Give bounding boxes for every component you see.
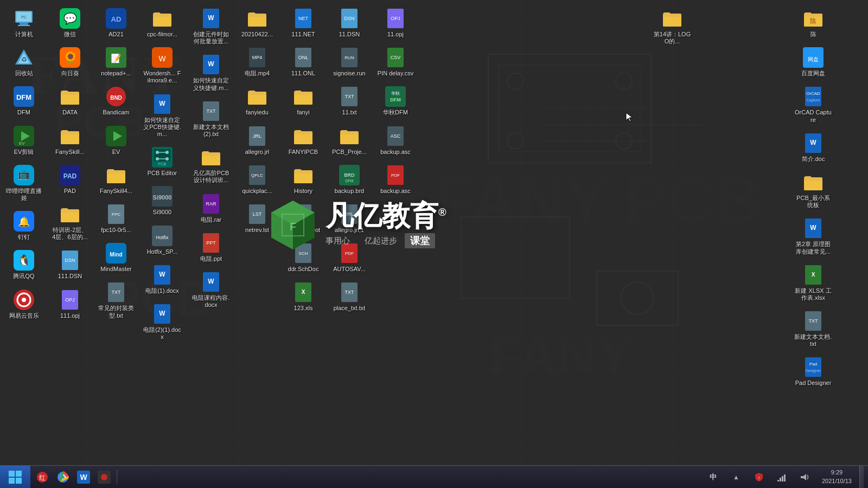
icon-resistor-docx-label: 电阻(1).docx bbox=[145, 287, 179, 294]
icon-signoise[interactable]: RUN signoise.run bbox=[328, 44, 371, 79]
icon-cpc-film[interactable]: cpc-filmor... bbox=[141, 5, 183, 40]
svg-text:QPLC: QPLC bbox=[251, 173, 263, 178]
icon-resistor-mp4[interactable]: MP4 电阻.mp4 bbox=[236, 44, 278, 79]
icon-hotfix[interactable]: Hotfix Hotfix_SP... bbox=[141, 223, 183, 258]
icon-20210422[interactable]: 20210422... bbox=[236, 5, 278, 40]
icon-wondersh[interactable]: W Wondersh... Filmora9.e... bbox=[141, 44, 183, 86]
taskbar-security-icon[interactable]: ! bbox=[749, 467, 769, 487]
icon-qq[interactable]: 🐧 腾讯QQ bbox=[3, 247, 45, 282]
icon-11txt[interactable]: TXT 11.txt bbox=[328, 84, 371, 118]
icon-163music[interactable]: 网易云音乐 bbox=[3, 287, 45, 322]
svg-text:BRD: BRD bbox=[344, 172, 355, 178]
icon-baidu-pan[interactable]: 网盘 百度网盘 bbox=[792, 44, 834, 79]
icon-notepadpp[interactable]: 📝 notepad+... bbox=[95, 44, 137, 79]
icon-resistor-course[interactable]: W 电阻课程内容.docx bbox=[190, 269, 232, 311]
taskbar-icon-chrome[interactable] bbox=[53, 467, 73, 487]
taskbar-network-icon[interactable] bbox=[772, 467, 792, 487]
icon-packtype[interactable]: TXT 常见的封装类型.txt bbox=[95, 279, 137, 321]
icon-11opj[interactable]: OPJ 11.opj bbox=[374, 5, 417, 40]
shield-icon: ! bbox=[754, 472, 764, 482]
icon-recycle[interactable]: ♻ 回收站 bbox=[3, 44, 45, 79]
icon-allegro-jrl[interactable]: JRL allegro.jrl bbox=[236, 123, 278, 158]
icon-pcb-minboard[interactable]: PCB_最小系统板 bbox=[792, 169, 834, 211]
icon-huaqiu-dfm[interactable]: 华秋DFM 华秋DFM bbox=[374, 84, 417, 118]
icon-11dsn[interactable]: DSN 11.DSN bbox=[328, 5, 371, 40]
icon-backup-pdf[interactable]: PDF backup.asc bbox=[374, 162, 417, 197]
icon-bandicam[interactable]: BND Bandicam bbox=[95, 84, 137, 118]
icon-pad[interactable]: PAD PAD bbox=[49, 162, 91, 197]
icon-123xls[interactable]: X 123.xls bbox=[282, 279, 324, 314]
icon-create-lib[interactable]: W 创建元件时如何批量放置... bbox=[190, 5, 232, 47]
icon-lecture14[interactable]: 第14讲：LOGO的... bbox=[651, 5, 693, 47]
icon-brief-doc[interactable]: W 简介.doc bbox=[792, 130, 834, 165]
taskbar-speaker-icon[interactable] bbox=[795, 467, 814, 487]
icon-dingtalk[interactable]: 🔔 钉钉 bbox=[3, 208, 45, 243]
icon-dfm[interactable]: DFM DFM bbox=[3, 84, 45, 118]
icon-computer[interactable]: PC 计算机 bbox=[3, 5, 45, 40]
icon-resistor-docx[interactable]: W 电阻(1).docx bbox=[141, 262, 183, 297]
icon-si9000[interactable]: Si9000 Si9000 bbox=[141, 183, 183, 218]
icon-fpc10[interactable]: FPC fpc10-0r5... bbox=[95, 201, 137, 236]
taskbar: 红 W bbox=[0, 465, 868, 488]
svg-rect-162 bbox=[16, 478, 22, 484]
icon-resistor-rar[interactable]: RAR 电阻.rar bbox=[190, 191, 232, 226]
icon-resistor2[interactable]: W 电阻(2)(1).docx bbox=[141, 301, 183, 343]
taskbar-tray-expand[interactable]: ▲ bbox=[726, 467, 746, 487]
icon-ad21[interactable]: AD AD21 bbox=[95, 5, 137, 40]
icon-chen[interactable]: 陈 陈 bbox=[792, 5, 834, 40]
icon-cpc-film-label: cpc-filmor... bbox=[147, 31, 177, 38]
show-desktop-button[interactable] bbox=[859, 466, 864, 489]
icon-huaqiu-dfm-label: 华秋DFM bbox=[383, 109, 408, 116]
icon-pcb-editor[interactable]: PCB PCB Editor bbox=[141, 144, 183, 179]
icon-mindmaster[interactable]: Mind MindMaster bbox=[95, 240, 137, 275]
icon-fanyi-adv-pcb[interactable]: 凡亿高阶PCB设计特训班... bbox=[190, 144, 232, 186]
start-button[interactable] bbox=[0, 466, 30, 489]
taskbar-icon-recording[interactable] bbox=[94, 467, 114, 487]
icon-fanyiedu[interactable]: fanyiedu bbox=[236, 84, 278, 118]
icon-fanyskill4[interactable]: FanySkill4... bbox=[95, 162, 137, 197]
svg-text:Mind: Mind bbox=[110, 252, 122, 258]
svg-rect-159 bbox=[9, 471, 15, 477]
icon-111net[interactable]: NET 111.NET bbox=[282, 5, 324, 40]
icon-sunflower[interactable]: 🌻 向日葵 bbox=[49, 44, 91, 79]
icon-place-txt[interactable]: TXT place_txt.txt bbox=[328, 279, 371, 314]
svg-text:🐧: 🐧 bbox=[17, 254, 31, 267]
icon-ch2-schlib[interactable]: W 第2章 原理图库创建常见... bbox=[792, 215, 834, 257]
icon-newtext2[interactable]: TXT 新建文本文档(2).txt bbox=[190, 98, 232, 140]
icon-orcad[interactable]: OrCADCapture OrCAD Capture bbox=[792, 84, 834, 125]
icon-quick-shortcut[interactable]: W 如何快速自定义快捷键.m... bbox=[190, 52, 232, 93]
taskbar-icon-word[interactable]: W bbox=[74, 467, 93, 487]
svg-text:网盘: 网盘 bbox=[808, 56, 819, 62]
icon-111onl[interactable]: ONL 111.ONL bbox=[282, 44, 324, 79]
taskbar-icon-redspider[interactable]: 红 bbox=[33, 467, 52, 487]
icon-fanyipcb[interactable]: FANYIPCB bbox=[282, 123, 324, 158]
svg-rect-160 bbox=[16, 471, 22, 477]
icon-ev[interactable]: EV bbox=[95, 123, 137, 158]
icon-resistor-ppt[interactable]: PPT 电阻.ppt bbox=[190, 230, 232, 265]
icon-fanyskill2[interactable]: FanySkill... bbox=[49, 123, 91, 158]
icon-wechat[interactable]: 💬 微信 bbox=[49, 5, 91, 40]
taskbar-keyboard-indicator[interactable]: 中 bbox=[704, 467, 723, 487]
icon-pcb-proje[interactable]: PCB_Proje... bbox=[328, 123, 371, 158]
svg-text:📝: 📝 bbox=[111, 53, 122, 63]
icon-ev-cut[interactable]: EV EV剪辑 bbox=[3, 123, 45, 158]
icon-111opj2[interactable]: OPJ 111.opj bbox=[49, 287, 91, 322]
taskbar-clock[interactable]: 9:29 2021/10/13 bbox=[818, 468, 856, 485]
icon-special-train-label: 特训班-2层、4层、6层的... bbox=[51, 227, 89, 241]
icon-data-folder[interactable]: DATA bbox=[49, 84, 91, 118]
icon-111dsn2[interactable]: DSN 111.DSN bbox=[49, 247, 91, 282]
icon-si9000-label: Si9000 bbox=[153, 209, 171, 216]
icon-pad-designer[interactable]: PadDesigner Pad Designer bbox=[792, 354, 834, 389]
icon-bilibili[interactable]: 📺 哔哩哔哩直播姬 bbox=[3, 162, 45, 204]
icon-quick-pcb[interactable]: W 如何快速自定义PCB快捷键.m... bbox=[141, 91, 183, 140]
icon-fanyi-folder[interactable]: fanyi bbox=[282, 84, 324, 118]
icon-new-txt[interactable]: TXT 新建文本文档.txt bbox=[792, 308, 834, 350]
icon-packtype-label: 常见的封装类型.txt bbox=[97, 305, 135, 319]
icon-quickplace[interactable]: QPLC quickplac... bbox=[236, 162, 278, 197]
icon-history-folder[interactable]: History bbox=[282, 162, 324, 197]
icon-pin-delay[interactable]: CSV PIN delay.csv bbox=[374, 44, 417, 79]
icon-backup-brd[interactable]: BRD DFM backup.brd bbox=[328, 162, 371, 197]
icon-new-xlsx[interactable]: X 新建 XLSX 工作表.xlsx bbox=[792, 262, 834, 304]
icon-backup-asc[interactable]: ASC backup.asc bbox=[374, 123, 417, 158]
icon-special-train[interactable]: 特训班-2层、4层、6层的... bbox=[49, 201, 91, 243]
